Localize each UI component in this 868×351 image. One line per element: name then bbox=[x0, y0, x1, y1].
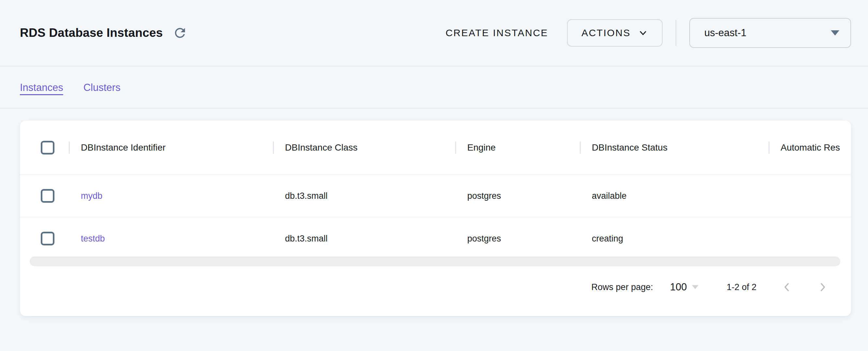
table-row-mydb[interactable]: mydb db.t3.small postgres available bbox=[20, 175, 851, 217]
cell-engine: postgres bbox=[455, 175, 580, 217]
chevron-down-icon bbox=[638, 28, 648, 38]
select-all-cell bbox=[20, 121, 69, 174]
cell-engine-value: postgres bbox=[467, 234, 501, 244]
rows-per-page-label: Rows per page: bbox=[591, 282, 653, 292]
pagination-bar: Rows per page: 100 1-2 of 2 bbox=[591, 272, 828, 303]
tab-instances[interactable]: Instances bbox=[20, 82, 63, 94]
chevron-left-icon bbox=[781, 282, 792, 293]
cell-class-value: db.t3.small bbox=[285, 234, 328, 244]
page-title: RDS Database Instances bbox=[20, 26, 163, 40]
cell-automatic bbox=[769, 217, 851, 260]
column-header-identifier[interactable]: DBInstance Identifier bbox=[69, 121, 273, 174]
instance-link-testdb[interactable]: testdb bbox=[81, 234, 105, 244]
create-instance-button[interactable]: CREATE INSTANCE bbox=[445, 27, 548, 38]
cell-class-value: db.t3.small bbox=[285, 191, 328, 201]
cell-status-value: creating bbox=[592, 234, 623, 244]
refresh-icon[interactable] bbox=[173, 25, 187, 40]
column-header-status-label: DBInstance Status bbox=[592, 142, 668, 153]
cell-engine-value: postgres bbox=[467, 191, 501, 201]
pagination-range: 1-2 of 2 bbox=[726, 282, 756, 292]
tab-bar: Instances Clusters bbox=[0, 67, 868, 108]
row-checkbox-cell bbox=[20, 175, 69, 217]
column-header-class-label: DBInstance Class bbox=[285, 142, 358, 153]
row-checkbox-mydb[interactable] bbox=[41, 189, 55, 203]
cell-engine: postgres bbox=[455, 217, 580, 260]
table-row-testdb[interactable]: testdb db.t3.small postgres creating bbox=[20, 217, 851, 260]
region-selector[interactable]: us-east-1 bbox=[689, 18, 851, 48]
cell-status: available bbox=[580, 175, 769, 217]
column-header-engine-label: Engine bbox=[467, 142, 496, 153]
cell-status-value: available bbox=[592, 191, 627, 201]
rows-per-page-arrow-icon bbox=[692, 285, 699, 289]
rows-per-page-select[interactable]: 100 bbox=[670, 281, 699, 293]
header-controls: CREATE INSTANCE ACTIONS us-east-1 bbox=[445, 18, 851, 48]
column-header-identifier-label: DBInstance Identifier bbox=[81, 142, 166, 153]
column-header-status[interactable]: DBInstance Status bbox=[580, 121, 769, 174]
column-header-engine[interactable]: Engine bbox=[455, 121, 580, 174]
column-header-automatic[interactable]: Automatic Res bbox=[769, 121, 851, 174]
cell-identifier: mydb bbox=[69, 175, 273, 217]
cell-status: creating bbox=[580, 217, 769, 260]
instances-table-card: DBInstance Identifier DBInstance Class E… bbox=[20, 121, 851, 316]
actions-button-label: ACTIONS bbox=[581, 27, 631, 38]
previous-page-button[interactable] bbox=[781, 282, 792, 293]
title-group: RDS Database Instances bbox=[20, 25, 187, 40]
dropdown-arrow-icon bbox=[831, 30, 839, 35]
rows-per-page-value: 100 bbox=[670, 281, 687, 293]
row-checkbox-testdb[interactable] bbox=[41, 232, 55, 246]
chevron-right-icon bbox=[817, 282, 828, 293]
select-all-checkbox[interactable] bbox=[41, 141, 55, 155]
cell-class: db.t3.small bbox=[273, 175, 455, 217]
page-header: RDS Database Instances CREATE INSTANCE A… bbox=[0, 0, 868, 66]
actions-button[interactable]: ACTIONS bbox=[567, 19, 662, 46]
next-page-button[interactable] bbox=[817, 282, 828, 293]
cell-class: db.t3.small bbox=[273, 217, 455, 260]
region-selector-value: us-east-1 bbox=[704, 27, 746, 39]
tab-clusters[interactable]: Clusters bbox=[84, 82, 121, 94]
column-header-automatic-label: Automatic Res bbox=[781, 142, 840, 153]
instance-link-mydb[interactable]: mydb bbox=[81, 191, 102, 201]
cell-automatic bbox=[769, 175, 851, 217]
rds-instances-page: RDS Database Instances CREATE INSTANCE A… bbox=[0, 0, 868, 351]
row-checkbox-cell bbox=[20, 217, 69, 260]
horizontal-scrollbar[interactable] bbox=[30, 256, 840, 266]
cell-identifier: testdb bbox=[69, 217, 273, 260]
table-header-row: DBInstance Identifier DBInstance Class E… bbox=[20, 121, 851, 175]
column-header-class[interactable]: DBInstance Class bbox=[273, 121, 455, 174]
header-divider bbox=[676, 20, 676, 46]
